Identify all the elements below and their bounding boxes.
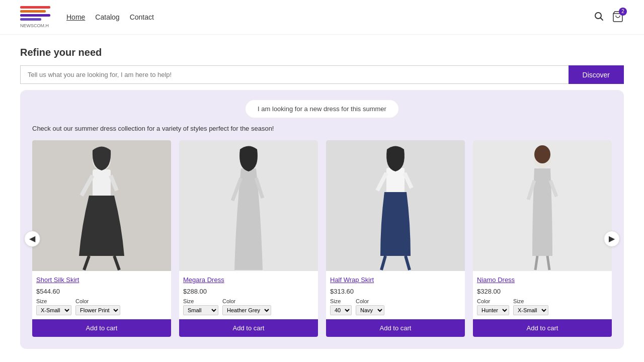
- header: NEWSCOM.H Home Catalog Contact 2: [0, 0, 644, 35]
- color-label-1: Color: [222, 298, 271, 304]
- product-options-1: Size X-Small Small Medium Large Color: [183, 298, 314, 315]
- color-group-2: Color Navy Black Grey: [356, 298, 384, 315]
- main-nav: Home Catalog Contact: [66, 13, 154, 21]
- product-price-2: $313.60: [330, 288, 461, 295]
- add-to-cart-0[interactable]: Add to cart: [32, 319, 171, 337]
- header-right: 2: [594, 11, 624, 24]
- search-button[interactable]: [594, 11, 604, 24]
- size-select-3[interactable]: X-Small Small Medium Large: [513, 305, 548, 315]
- product-info-0: Short Silk Skirt $544.60 Size X-Small Sm…: [32, 271, 171, 319]
- product-footer-0: Add to cart: [32, 319, 171, 337]
- color-group-3: Color Hunter Black Grey: [477, 298, 509, 315]
- nav-home[interactable]: Home: [66, 13, 85, 21]
- svg-line-5: [84, 256, 89, 270]
- size-label-2: Size: [330, 298, 352, 304]
- search-icon: [594, 11, 604, 21]
- product-name-0[interactable]: Short Silk Skirt: [36, 276, 167, 284]
- svg-line-20: [547, 256, 549, 270]
- product-image-1: [179, 140, 318, 271]
- header-left: NEWSCOM.H Home Catalog Contact: [20, 6, 154, 28]
- page-title: Refine your need: [20, 47, 624, 58]
- color-label-0: Color: [75, 298, 120, 304]
- product-name-3[interactable]: Niamo Dress: [477, 276, 608, 284]
- color-group-0: Color Flower Print Black White: [75, 298, 120, 315]
- size-group-1: Size X-Small Small Medium Large: [183, 298, 218, 315]
- cart-button[interactable]: 2: [612, 11, 624, 24]
- svg-line-8: [111, 175, 117, 191]
- product-footer-3: Add to cart: [473, 319, 612, 337]
- color-select-2[interactable]: Navy Black Grey: [356, 305, 384, 315]
- size-group-0: Size X-Small Small Medium Large: [36, 298, 71, 315]
- svg-line-19: [535, 256, 537, 270]
- svg-line-17: [405, 173, 412, 188]
- svg-line-14: [381, 256, 385, 270]
- color-select-3[interactable]: Hunter Black Grey: [477, 305, 509, 315]
- size-group-3: Size X-Small Small Medium Large: [513, 298, 548, 315]
- product-card-0: Short Silk Skirt $544.60 Size X-Small Sm…: [32, 140, 171, 337]
- add-to-cart-2[interactable]: Add to cart: [326, 319, 465, 337]
- size-label-0: Size: [36, 298, 71, 304]
- product-name-2[interactable]: Half Wrap Skirt: [330, 276, 461, 284]
- search-input[interactable]: [20, 65, 569, 84]
- svg-line-15: [406, 256, 410, 270]
- add-to-cart-1[interactable]: Add to cart: [179, 319, 318, 337]
- color-label-3: Color: [477, 298, 509, 304]
- color-select-1[interactable]: Heather Grey Black White: [222, 305, 271, 315]
- nav-contact[interactable]: Contact: [130, 13, 154, 21]
- size-select-1[interactable]: X-Small Small Medium Large: [183, 305, 218, 315]
- size-select-2[interactable]: 38 40 42 44: [330, 305, 352, 315]
- user-bubble-wrap: I am looking for a new dress for this su…: [32, 100, 612, 118]
- size-select-0[interactable]: X-Small Small Medium Large: [36, 305, 71, 315]
- cart-badge: 2: [619, 8, 627, 16]
- product-silhouette-1: [208, 140, 289, 271]
- svg-line-1: [601, 18, 603, 20]
- nav-catalog[interactable]: Catalog: [95, 13, 119, 21]
- color-label-2: Color: [356, 298, 384, 304]
- product-info-1: Megara Dress $288.00 Size X-Small Small …: [179, 271, 318, 319]
- user-bubble: I am looking for a new dress for this su…: [246, 100, 398, 118]
- logo-stripe-4: [20, 18, 41, 21]
- product-name-1[interactable]: Megara Dress: [183, 276, 314, 284]
- svg-rect-4: [93, 169, 111, 197]
- search-bar: Discover: [20, 65, 624, 84]
- svg-line-7: [82, 175, 93, 196]
- logo-stripe-1: [20, 6, 50, 9]
- product-options-2: Size 38 40 42 44 Color Navy: [330, 298, 461, 315]
- product-card-3: Niamo Dress $328.00 Color Hunter Black G…: [473, 140, 612, 337]
- product-info-3: Niamo Dress $328.00 Color Hunter Black G…: [473, 271, 612, 319]
- ai-response: Check out our summer dress collection fo…: [32, 125, 612, 132]
- size-label-3: Size: [513, 298, 548, 304]
- discover-button[interactable]: Discover: [569, 65, 624, 84]
- logo: NEWSCOM.H: [20, 6, 50, 28]
- prev-arrow[interactable]: ◀: [24, 231, 40, 247]
- product-card-2: Half Wrap Skirt $313.60 Size 38 40 42 44: [326, 140, 465, 337]
- product-card-1: Megara Dress $288.00 Size X-Small Small …: [179, 140, 318, 337]
- product-info-2: Half Wrap Skirt $313.60 Size 38 40 42 44: [326, 271, 465, 319]
- product-price-3: $328.00: [477, 288, 608, 295]
- color-select-0[interactable]: Flower Print Black White: [75, 305, 120, 315]
- product-image-0: [32, 140, 171, 271]
- product-silhouette-2: [355, 140, 436, 271]
- logo-stripe-2: [20, 10, 46, 13]
- product-options-0: Size X-Small Small Medium Large Color: [36, 298, 167, 315]
- next-arrow[interactable]: ▶: [604, 231, 620, 247]
- logo-text: NEWSCOM.H: [20, 23, 50, 28]
- svg-line-16: [377, 173, 386, 191]
- product-footer-2: Add to cart: [326, 319, 465, 337]
- main-content: Refine your need Discover I am looking f…: [0, 35, 644, 362]
- logo-stripe-3: [20, 14, 50, 17]
- product-options-3: Color Hunter Black Grey Size X-Small: [477, 298, 608, 315]
- product-silhouette-0: [61, 140, 142, 271]
- product-footer-1: Add to cart: [179, 319, 318, 337]
- size-label-1: Size: [183, 298, 218, 304]
- svg-point-21: [534, 145, 550, 163]
- product-price-1: $288.00: [183, 288, 314, 295]
- product-image-3: [473, 140, 612, 271]
- svg-rect-13: [386, 168, 405, 193]
- color-group-1: Color Heather Grey Black White: [222, 298, 271, 315]
- svg-line-6: [114, 256, 119, 270]
- products-row: ◀: [32, 140, 612, 337]
- conversation-area: I am looking for a new dress for this su…: [20, 90, 624, 349]
- product-image-2: [326, 140, 465, 271]
- add-to-cart-3[interactable]: Add to cart: [473, 319, 612, 337]
